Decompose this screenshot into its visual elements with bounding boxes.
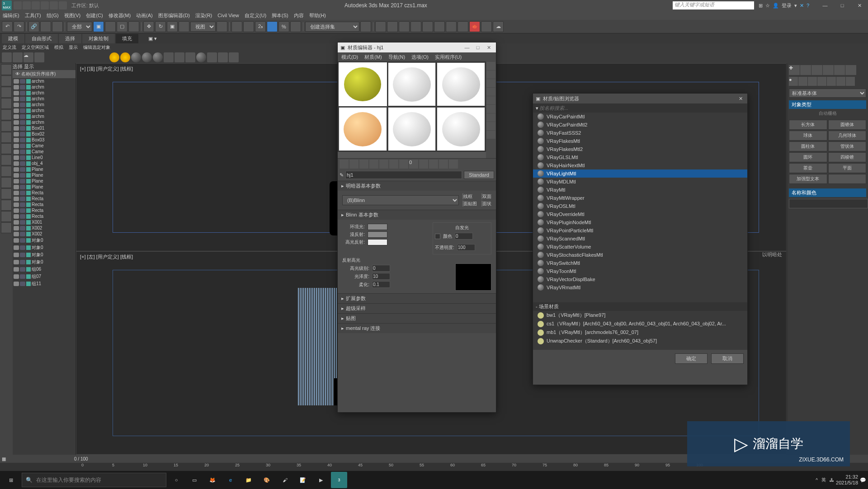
tab-objectpaint[interactable]: 对象绘制 [82,34,115,43]
tray-up-icon[interactable]: ^ [816,478,818,483]
me-menu-util[interactable]: 实用程序(U) [435,54,462,61]
redo-button[interactable]: ↷ [14,21,24,32]
sphere4-icon[interactable] [196,52,206,62]
scene-item[interactable]: 组06 [13,266,75,273]
scene-item[interactable]: Box01 [13,125,75,131]
menu-help[interactable]: 帮助(H) [309,12,326,19]
ltb-9[interactable] [1,155,12,165]
menu-customize[interactable]: 自定义(U) [245,12,266,19]
menu-views[interactable]: 视图(V) [64,12,81,19]
auto-grid-label[interactable]: 自动栅格 [789,109,866,118]
show-end-icon[interactable] [429,160,438,169]
scene-item[interactable]: archm [13,102,75,108]
material-item[interactable]: VRayVectorDisplBake [533,275,747,283]
keyboard-shortcut-button[interactable] [243,21,254,32]
material-item[interactable]: VRayGLSLMtl [533,153,747,161]
sample-slot-2[interactable] [388,62,436,106]
scene-item[interactable]: 对象0 [13,259,75,266]
sample-type-icon[interactable] [486,62,495,70]
percent-snap-button[interactable]: % [278,21,289,32]
tab-selection[interactable]: 选择 [59,34,81,43]
ribbon-collapse-icon[interactable]: ▣ ▾ [148,36,157,42]
material-item[interactable]: VRayMtlWrapper [533,194,747,202]
spinner-snap-button[interactable] [290,21,301,32]
ime-icon[interactable]: 英 [821,477,826,483]
primitive-button[interactable]: 圆环 [789,152,827,162]
scene-item[interactable]: Box02 [13,131,75,137]
a360-button[interactable]: ☁ [493,21,504,32]
select-by-mat-icon[interactable] [486,122,495,130]
align-button[interactable] [375,21,386,32]
scene-item[interactable]: 组07 [13,273,75,280]
scene-materials-list[interactable]: bw1（VRayMtl）[Plane97]cs1（VRayMtl）[Arch60… [533,311,747,350]
diffuse-swatch[interactable] [368,231,387,238]
primitive-button[interactable]: 圆柱体 [789,141,827,151]
material-item[interactable]: VRayOSLMtl [533,202,747,210]
sphere1-icon[interactable] [131,52,141,62]
material-editor-button[interactable] [434,21,445,32]
new-icon[interactable] [14,1,22,9]
me-menu-mode[interactable]: 模式(D) [341,54,358,61]
help-icon[interactable]: ? [807,3,809,8]
scene-material-item[interactable]: mb1（VRayMtl）[archmodels76_002_07] [533,328,747,337]
browser-close[interactable]: ✕ [736,95,745,102]
blinn-rollout-header[interactable]: ▸ Blinn 基本参数 [338,210,496,220]
ltb-14[interactable] [1,211,12,222]
show-map-icon[interactable] [419,160,428,169]
edge-icon[interactable]: e [222,472,239,488]
edit-selected[interactable]: 编辑选定对象 [83,44,110,51]
angle-snap-button[interactable] [267,21,278,32]
sample-slot-6[interactable] [437,107,485,151]
snap-button[interactable]: 2₃ [255,21,266,32]
scene-item[interactable]: Came [13,149,75,155]
cameras-tab[interactable] [817,77,826,86]
select-tab[interactable]: 选择 [13,64,23,69]
video-check-icon[interactable] [486,96,495,104]
material-item[interactable]: VRayOverrideMtl [533,210,747,218]
ref-coord-system[interactable]: 视图 [190,22,216,32]
primitive-button[interactable]: 平面 [828,163,867,173]
menu-group[interactable]: 组(G) [47,12,59,19]
scene-item[interactable]: 对象0 [13,237,75,244]
sun2-icon[interactable] [120,52,130,62]
display[interactable]: 显示 [69,44,78,51]
material-item[interactable]: VRayScatterVolume [533,243,747,251]
notification-icon[interactable]: 💬 [860,477,866,483]
material-item[interactable]: VRayPluginNodeMtl [533,218,747,226]
material-item[interactable]: VRayHairNextMtl [533,161,747,169]
scene-item[interactable]: Plane [13,178,75,184]
rotate-button[interactable]: ↻ [155,21,166,32]
dialog-minimize[interactable]: — [462,44,472,51]
network-icon[interactable]: 🖧 [830,478,834,483]
space-tab[interactable] [836,77,845,86]
ltb-15[interactable] [1,222,12,233]
viewport-label-top[interactable]: [+] [顶] [用户定义] [线框] [80,66,133,72]
menu-animation[interactable]: 动画(A) [136,12,153,19]
material-type-button[interactable]: Standard [464,171,494,179]
app-icon-3[interactable]: 📝 [295,472,311,488]
helpers-tab[interactable] [827,77,836,86]
help-search[interactable]: 键入关键字或短语 [673,1,754,9]
material-item[interactable]: VRayVRmatMtl [533,283,747,292]
ltb-8[interactable] [1,143,12,154]
scene-item[interactable]: Box03 [13,137,75,143]
primitive-button[interactable]: 加强型文本 [789,174,827,184]
define-flow[interactable]: 定义流 [3,44,16,51]
palette-icon[interactable] [207,52,217,62]
material-item[interactable]: VRayPointParticleMtl [533,226,747,235]
primitive-button[interactable]: 圆锥体 [828,120,867,130]
mat-id-icon[interactable]: 0 [409,160,418,169]
facemap-checkbox[interactable]: 面贴图 [462,201,477,207]
material-item[interactable]: VRayMDLMtl [533,178,747,186]
sample-uv-icon[interactable] [486,88,495,96]
go-forward-icon[interactable] [449,160,458,169]
mat-icon[interactable] [175,52,184,62]
menu-content[interactable]: 内容 [294,12,304,19]
scene-item[interactable]: X002 [13,231,75,237]
reset-icon[interactable] [369,160,378,169]
put-to-scene-icon[interactable] [349,160,359,169]
render-setup-button[interactable] [446,21,457,32]
app-icon-4[interactable]: ▶ [313,472,329,488]
scene-item[interactable]: Recta [13,207,75,213]
gloss-spinner[interactable] [372,273,390,280]
